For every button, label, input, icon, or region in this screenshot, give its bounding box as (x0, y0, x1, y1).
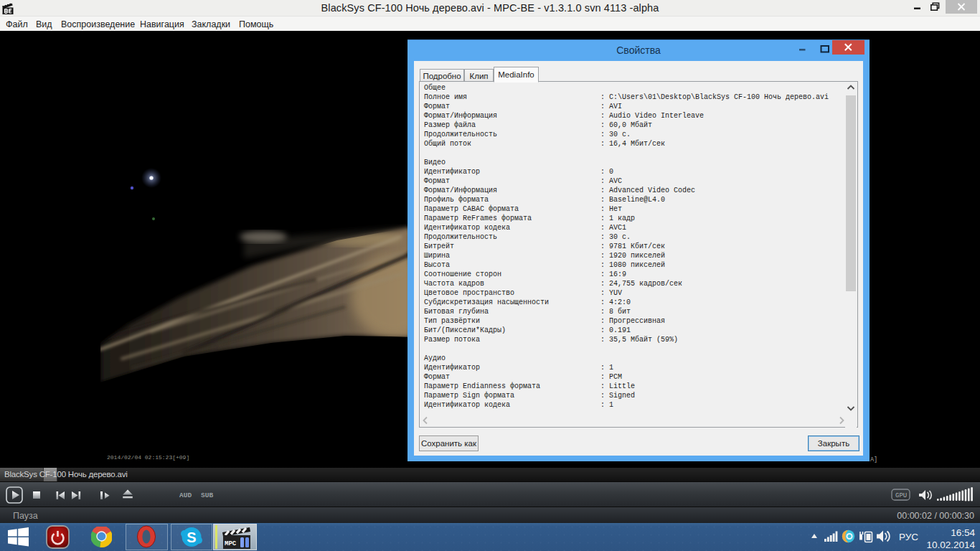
svg-text:GPU: GPU (895, 492, 907, 499)
svg-text:2014/02/04 02:15:23[+09]: 2014/02/04 02:15:23[+09] (107, 454, 189, 461)
svg-text:AUD: AUD (179, 491, 192, 499)
svg-text:РУС: РУС (899, 532, 918, 542)
svg-text:A]: A] (870, 456, 877, 463)
svg-text:S: S (187, 529, 196, 545)
svg-text:SUB: SUB (201, 491, 213, 499)
svg-text:MPC: MPC (225, 540, 237, 547)
svg-text:10.02.2014: 10.02.2014 (926, 540, 975, 550)
svg-text:16:54: 16:54 (951, 527, 975, 538)
